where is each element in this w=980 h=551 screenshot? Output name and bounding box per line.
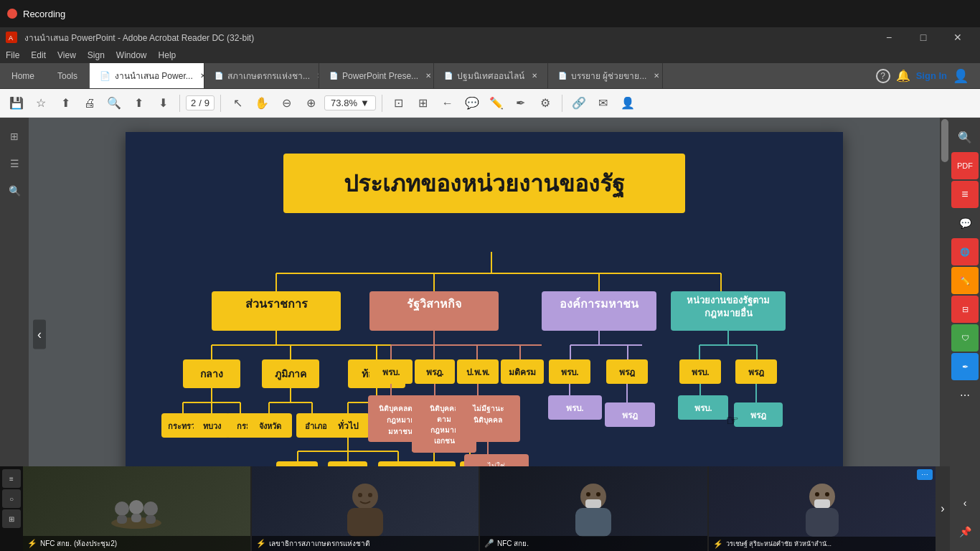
tab-5[interactable]: 📄 บรรยาย ผู้ช่วยขาย... ✕ [548,63,663,88]
zoom-in-button[interactable]: ⊕ [300,93,321,114]
close-button[interactable]: ✕ [941,27,974,47]
scroll-thumb[interactable] [941,119,948,162]
pin-button[interactable]: 📌 [951,518,979,545]
separator-2 [220,95,221,112]
mic-icon-1: ⚡ [27,539,37,548]
bookmarks-button[interactable]: ☰ [1,151,27,176]
tab-close-3[interactable]: ✕ [425,72,431,80]
zoom-tools-button[interactable]: 🔍 [951,123,979,151]
more-right-button[interactable]: ⋯ [951,382,979,409]
save-button[interactable]: 💾 [6,93,27,114]
svg-text:มหาชน: มหาชน [388,428,413,435]
bookmark-button[interactable]: ☆ [30,93,52,114]
protect-button[interactable]: 🛡 [951,324,979,352]
pdf-title: ประเภทของหน่วยงานของรัฐ [283,154,685,213]
comment-button[interactable]: 💬 [461,93,483,114]
cursor-tool-button[interactable]: ↖ [227,93,248,114]
svg-text:ป.พ.พ.: ป.พ.พ. [466,367,490,377]
minimize-button[interactable]: − [872,27,905,47]
video-control-3[interactable]: ⊞ [2,509,21,528]
svg-rect-142 [146,515,156,524]
notification-icon[interactable]: 🔔 [896,69,910,83]
hand-tool-button[interactable]: ✋ [251,93,273,114]
svg-text:พรฎ: พรฎ [748,367,764,377]
sign-button[interactable]: ✒ [951,353,979,380]
video-tile-label-1: ⚡ NFC สกย. (ห้องประชุม2) [23,536,250,551]
svg-rect-144 [347,508,383,537]
fit-page-button[interactable]: ⊡ [388,93,410,114]
draw-button[interactable]: ✒ [510,93,532,114]
pdf-prev-arrow[interactable]: ‹ [33,320,46,349]
zoom-level[interactable]: 73.8% ▼ [324,95,376,110]
video-next-button[interactable]: › [936,466,950,551]
video-control-2[interactable]: ○ [2,489,21,508]
svg-text:ส่วนราชการ: ส่วนราชการ [245,298,308,310]
svg-text:มติครม: มติครม [509,367,536,377]
tab-3[interactable]: 📄 PowerPoint Prese... ✕ [319,63,434,88]
maximize-button[interactable]: □ [907,27,940,47]
svg-text:รัฐวิสาหกิจ: รัฐวิสาหกิจ [407,298,461,311]
zoom-out-button[interactable]: ⊖ [275,93,297,114]
menu-help[interactable]: Help [159,50,176,60]
share-button[interactable]: 🔗 [568,93,590,114]
menu-file[interactable]: File [6,50,19,60]
svg-rect-138 [117,515,127,524]
more-tools-button[interactable]: ⚙ [534,93,556,114]
help-icon[interactable]: ? [876,69,890,83]
menu-edit[interactable]: Edit [31,50,46,60]
recording-bar: Recording [0,0,980,27]
svg-text:ภูมิภาค: ภูมิภาค [275,369,306,380]
svg-text:พรฎ: พรฎ [622,410,638,420]
marque-zoom-button[interactable]: ⊞ [413,93,434,114]
thumbnails-button[interactable]: ⊞ [1,123,27,149]
profile-button[interactable]: 👤 [617,93,639,114]
svg-text:กฎหมาย: กฎหมาย [430,426,458,434]
svg-rect-140 [131,514,141,522]
zoom-up-button[interactable]: ⬆ [128,93,149,114]
tab-4[interactable]: 📄 ปฐมนิเทศออนไลน์ ✕ [434,63,548,88]
svg-rect-156 [814,499,830,508]
tab-active[interactable]: 📄 งานนำเสนอ Power... ✕ [90,63,204,88]
video-tile-2: ⚡ เลขาธิการสภาเกษตรกรแห่งชาติ [252,466,479,551]
organize-button[interactable]: ≡ [951,181,979,208]
svg-point-155 [825,492,829,496]
signin-label[interactable]: Sign In [916,70,947,81]
svg-rect-148 [575,508,611,537]
export-button[interactable]: 🌐 [951,238,979,265]
collapse-right-button[interactable]: ‹ [951,489,979,517]
svg-text:อำเภอ: อำเภอ [305,422,327,430]
zoom-out-toolbar-button[interactable]: 🔍 [103,93,125,114]
svg-text:A: A [9,34,13,42]
pdf-convert-button[interactable]: PDF [951,152,979,179]
tile-menu-button[interactable]: ⋯ [917,469,933,480]
comment-panel-button[interactable]: 💬 [951,209,979,237]
svg-text:พรฎ: พรฎ [750,410,766,420]
svg-text:พรบ.: พรบ. [561,367,579,377]
svg-point-137 [115,501,129,516]
page-navigator[interactable]: 2 / 9 [186,95,215,110]
tab-close-4[interactable]: ✕ [532,72,537,80]
menu-window[interactable]: Window [116,50,147,60]
svg-text:พรฎ.: พรฎ. [426,367,444,377]
prev-view-button[interactable]: ← [437,93,458,114]
upload-button[interactable]: ⬆ [55,93,76,114]
window-controls: − □ ✕ [872,27,974,47]
svg-text:ตาม: ตาม [437,415,451,423]
menu-view[interactable]: View [57,50,76,60]
search-panel-button[interactable]: 🔍 [1,178,27,204]
redact-button[interactable]: ⊟ [951,296,979,323]
svg-text:กลาง: กลาง [200,369,223,380]
zoom-down-button[interactable]: ⬇ [152,93,174,114]
tab-home[interactable]: Home [0,63,46,88]
current-page: 2 [191,98,196,108]
email-button[interactable]: ✉ [593,93,614,114]
tab-2[interactable]: 📄 สภาเกษตรกรแห่งชา... ✕ [204,63,319,88]
highlight-button[interactable]: ✏️ [486,93,507,114]
print-button[interactable]: 🖨 [79,93,100,114]
tab-tools[interactable]: Tools [46,63,90,88]
edit-pdf-button[interactable]: ✏️ [951,267,979,294]
video-control-1[interactable]: ≡ [2,469,21,488]
menu-sign[interactable]: Sign [88,50,105,60]
tab-close-5[interactable]: ✕ [654,72,659,80]
svg-text:องค์การมหาชน: องค์การมหาชน [560,297,639,310]
